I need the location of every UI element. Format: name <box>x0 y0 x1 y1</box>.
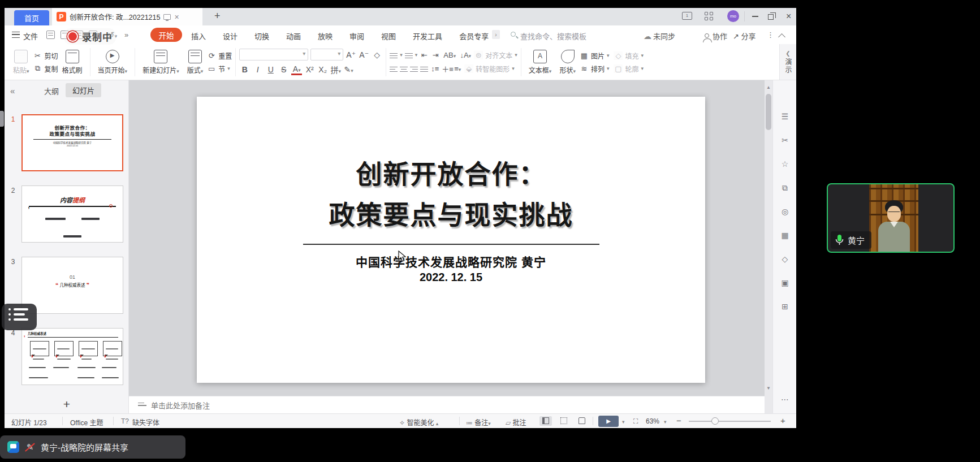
line-spacing-icon[interactable]: ↕≡ <box>430 64 439 73</box>
zoom-in-button[interactable]: + <box>780 416 785 425</box>
font-family-select[interactable] <box>239 49 308 61</box>
home-tab[interactable]: 首页 <box>14 10 49 25</box>
app-grid-icon[interactable] <box>705 12 713 20</box>
text-orientation-icon[interactable]: ↓A▾ <box>459 51 472 59</box>
reading-pane-icon[interactable]: ⊞ <box>773 302 796 311</box>
font-color-button[interactable]: A▾ <box>291 64 302 75</box>
align-text-button[interactable]: ⊜对齐文本▾ <box>474 50 517 60</box>
subscript-button[interactable]: X₂ <box>317 65 328 74</box>
picture-button[interactable]: ▦图片▾ <box>580 51 610 61</box>
shapes-button[interactable]: 形状▾ <box>555 50 580 75</box>
crop-tool-icon[interactable]: ✂ <box>773 136 796 145</box>
paragraph-spacing-icon[interactable]: ＋≡ <box>442 63 451 74</box>
arrange-button[interactable]: ≋排列▾ <box>580 64 610 74</box>
reading-view-button[interactable] <box>576 416 588 426</box>
menu-home-active[interactable]: 开始 <box>150 28 182 42</box>
align-right-icon[interactable] <box>410 65 418 72</box>
menu-file[interactable]: 文件 <box>23 31 38 41</box>
text-direction-icon[interactable]: AB▾ <box>442 51 457 59</box>
favorites-star-icon[interactable]: ☆ <box>773 159 796 169</box>
workspace-layout-icon[interactable]: 1 <box>682 12 692 20</box>
hamburger-menu-icon[interactable] <box>12 32 20 38</box>
scroll-up-icon[interactable]: ▲ <box>766 85 771 90</box>
fit-slide-icon[interactable]: ⛶ <box>633 417 638 425</box>
spacing-options-icon[interactable]: ≡▾ <box>453 64 462 73</box>
screen-share-pill[interactable]: ✎ 黄宁-战略院的屏幕共享 <box>0 435 185 459</box>
more-tools-icon[interactable]: ⋯ <box>773 395 796 404</box>
outline-button[interactable]: ▢轮廓▾ <box>614 64 644 74</box>
menu-design[interactable]: 设计 <box>223 31 238 41</box>
decrease-font-icon[interactable]: A⁻ <box>359 50 369 59</box>
slide-thumbnail-4[interactable]: 4 , 几种权威表述 <box>5 328 123 385</box>
save-icon[interactable] <box>46 31 55 39</box>
align-left-icon[interactable] <box>390 65 398 72</box>
media-pane-icon[interactable]: ▦ <box>773 231 796 240</box>
zoom-slider[interactable] <box>689 421 771 422</box>
collapse-panel-icon[interactable]: « <box>10 86 15 96</box>
copy-pane-icon[interactable]: ⧉ <box>773 183 796 193</box>
font-size-select[interactable] <box>310 49 343 61</box>
normal-view-button[interactable] <box>539 416 552 426</box>
play-options-caret[interactable]: ▾ <box>622 419 625 425</box>
cut-button[interactable]: ✂剪切 <box>33 51 58 61</box>
presentation-pane-tab[interactable]: ❮ 演示 <box>779 44 796 80</box>
menu-developer-tools[interactable]: 开发工具 <box>413 31 442 41</box>
layout-button[interactable]: 版式▾ <box>183 50 208 75</box>
share-button[interactable]: ↗ 分享 <box>733 31 756 41</box>
copy-button[interactable]: ⧉复制 <box>33 64 58 74</box>
notes-toggle-button[interactable]: ≔ 备注▾ <box>466 417 491 427</box>
menu-insert[interactable]: 插入 <box>191 31 206 41</box>
phonetic-guide-button[interactable]: 拼▾ <box>330 64 341 75</box>
decrease-indent-icon[interactable]: ⇤ <box>420 51 429 59</box>
help-icon[interactable]: ◎ <box>773 207 796 216</box>
format-painter-button[interactable]: 格式刷 <box>58 50 87 75</box>
text-box-button[interactable]: A 文本框▾ <box>525 50 556 75</box>
scrollbar-thumb[interactable] <box>766 94 771 130</box>
webcam-tile[interactable]: 黄宁 <box>827 183 955 253</box>
new-tab-button[interactable]: + <box>214 10 221 22</box>
zoom-slider-knob[interactable] <box>711 417 719 425</box>
menu-view[interactable]: 视图 <box>381 31 396 41</box>
close-tab-icon[interactable]: × <box>174 13 179 21</box>
menu-animation[interactable]: 动画 <box>286 31 301 41</box>
vertical-scrollbar[interactable]: ▲ ▼ <box>765 80 772 413</box>
theme-name[interactable]: Office 主题 <box>70 417 103 427</box>
menu-member-exclusive[interactable]: 会员专享 <box>459 31 489 41</box>
close-window-button[interactable]: × <box>786 11 791 21</box>
slide-sorter-view-button[interactable] <box>558 416 570 426</box>
more-options-icon[interactable]: ⋮ <box>767 31 774 39</box>
tab-slides[interactable]: 幻灯片 <box>66 83 101 97</box>
new-slide-button[interactable]: 新建幻灯片▾ <box>139 50 183 75</box>
justify-icon[interactable] <box>420 65 428 72</box>
map-pane-icon[interactable]: ▣ <box>773 278 796 287</box>
user-avatar[interactable]: mo <box>727 10 739 22</box>
numbered-list-icon[interactable] <box>405 51 413 58</box>
menu-review[interactable]: 审阅 <box>349 31 364 41</box>
scroll-down-icon[interactable]: ▼ <box>766 386 771 391</box>
increase-indent-icon[interactable]: ⇥ <box>431 51 440 59</box>
menu-transition[interactable]: 切换 <box>254 31 269 41</box>
to-smart-graphic-button[interactable]: ⬙转智能图形▾ <box>464 64 515 74</box>
fill-button[interactable]: ◇填充▾ <box>614 51 644 61</box>
align-center-icon[interactable] <box>400 65 408 72</box>
properties-sliders-icon[interactable]: ☰ <box>773 112 796 121</box>
notes-bar[interactable]: 单击此处添加备注 <box>129 396 765 413</box>
add-slide-button[interactable]: + <box>5 398 129 411</box>
italic-button[interactable]: I <box>252 65 263 74</box>
more-quick-actions-icon[interactable]: » <box>124 31 128 39</box>
highlight-pen-icon[interactable]: ✎▾ <box>343 65 354 74</box>
underline-button[interactable]: U <box>265 65 276 74</box>
strikethrough-button[interactable]: S <box>278 65 289 74</box>
location-pane-icon[interactable]: ◇ <box>773 254 796 264</box>
command-search-input[interactable]: 查找命令、搜索模板 <box>520 31 586 41</box>
missing-font-warning[interactable]: 缺失字体 <box>132 417 159 427</box>
zoom-percentage[interactable]: 63% <box>646 417 659 425</box>
floating-list-widget[interactable] <box>2 304 37 330</box>
paste-button[interactable]: 粘贴▾ <box>9 50 33 75</box>
bullet-list-icon[interactable] <box>390 51 398 58</box>
comments-button[interactable]: ▱ 批注 <box>506 417 526 427</box>
slide-thumbnail-1[interactable]: 1 创新开放合作： 政策要点与现实挑战 中国科学技术发展战略研究院 黄宁 202… <box>5 114 123 171</box>
sync-status[interactable]: ☁未同步 <box>644 31 675 41</box>
play-from-current-button[interactable]: 当页开始▾ <box>94 50 132 75</box>
bold-button[interactable]: B <box>239 65 250 74</box>
